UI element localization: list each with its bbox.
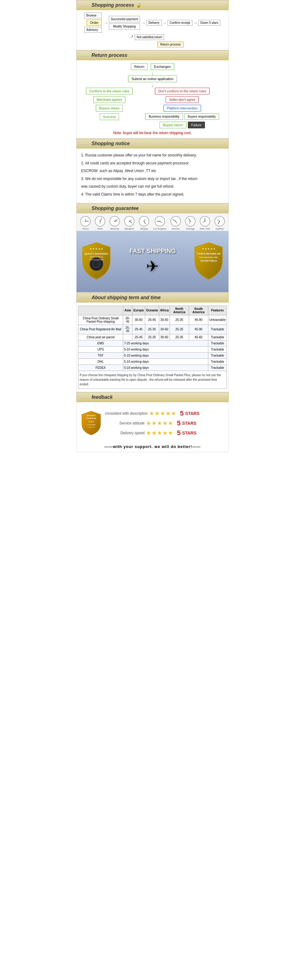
dont-conform-box: Don't conform to the return rules	[155, 88, 210, 94]
shopping-notice-content: 1. Russia customer please offer us your …	[77, 148, 228, 203]
star-2: ★	[155, 410, 160, 417]
notice-item-2-line1: 2. All credit cards are accepted through…	[81, 160, 224, 167]
clock-denver: Denver	[170, 216, 181, 230]
order-box: Order	[87, 19, 102, 25]
table-row: China post air parcel 25-45 25-35 30-60 …	[78, 334, 227, 340]
star-9: ★	[163, 420, 168, 426]
header-dots-1: ......	[80, 3, 90, 7]
return-process-section: ...... Return process Return Exchanges ↓…	[76, 50, 229, 138]
arrow-4: →	[193, 21, 198, 25]
feedback-row-3: Delivery speed ★ ★ ★ ★ ★ 5 STARS	[105, 429, 224, 437]
shopping-notice-header: ...... Shopping notice	[77, 139, 228, 148]
clock-label-chicago: Chicago	[186, 228, 194, 230]
clock-label-seoul: Seoul	[82, 228, 88, 230]
feedback-label-2: Service attitude	[105, 421, 145, 425]
responsibility-row: Business responsibility Buyers responsib…	[145, 113, 219, 120]
shipping-table-container: Asia Europe Oceania Africa North America…	[77, 302, 228, 392]
platform-intervention-box: Platform intervention	[163, 105, 201, 111]
shopping-process-header: ...... Shopping process 🔒	[77, 0, 228, 10]
svg-point-7	[100, 221, 101, 221]
service-china-post-air: China post air parcel	[78, 334, 123, 340]
notice-item-1: 1. Russia customer please offer us your …	[81, 152, 224, 159]
svg-text:AUTHENTIC: AUTHENTIC	[87, 415, 96, 417]
feedback-row-2: Service attitude ★ ★ ★ ★ ★ 5 STARS	[105, 419, 224, 427]
browse-box: Browse	[84, 13, 102, 18]
table-row: TNT 5-10 working days Trackable	[78, 352, 227, 358]
given-5-stars-box: Given 5 stars	[198, 20, 221, 25]
feedback-header: ...... feedback	[77, 392, 228, 402]
star-6: ★	[146, 420, 151, 426]
svg-text:★ ★ ★ ★ ★: ★ ★ ★ ★ ★	[90, 248, 103, 250]
stars-count-3: 5	[177, 429, 180, 437]
feedback-content: AUTHENTIC GUARANTEE ★★★ CUSTOMER IS THE …	[77, 402, 228, 452]
shopping-process-title: Shopping process	[92, 2, 134, 8]
stars-label-2: STARS	[182, 421, 196, 426]
star-8: ★	[157, 420, 162, 426]
shopping-process-flow: Browse Order Advisory → Successful payme…	[77, 10, 228, 50]
stars-count-1: 5	[180, 409, 183, 417]
col-africa: Africa	[159, 305, 169, 315]
left-col: Conform to the return rules Merchant agr…	[86, 88, 133, 128]
service-fedex: FEDEX	[78, 364, 123, 371]
modify-shopping-box: Modify Shopping	[109, 23, 140, 30]
shipping-term-title: About shipping term and time	[92, 295, 161, 301]
shopping-notice-title: Shopping notice	[92, 141, 130, 146]
stars-count-2: 5	[177, 419, 180, 427]
col-oceania: Oceania	[145, 305, 159, 315]
buyers-return-failure-row: Buyers return Failure	[160, 122, 205, 128]
feedback-title: feedback	[92, 395, 112, 400]
clock-label-denver: Denver	[172, 228, 180, 230]
return-process-box: Return process	[157, 41, 183, 48]
svg-text:PHOTOGRAPHY: PHOTOGRAPHY	[89, 259, 104, 261]
stars-row-3: ★ ★ ★ ★ ★	[146, 430, 173, 436]
not-satisfied-box: Not satisfied,return	[135, 34, 164, 40]
header-dots-6: ......	[80, 395, 90, 399]
authentic-badge-shield: AUTHENTIC GUARANTEE ★★★ CUSTOMER IS THE …	[81, 410, 102, 436]
service-china-post-ordinary: China Post Ordinary Small Packet Plus sh…	[78, 315, 123, 325]
header-dots-2: ......	[80, 53, 90, 57]
clocks-row: Seoul Paris Moscow	[77, 213, 228, 231]
clock-label-bangkok: Bangkok	[125, 228, 134, 230]
fast-shipping-text: FAST SHIPPING	[113, 248, 192, 255]
arrow-5: ↗	[130, 34, 134, 40]
submit-online-row: Submit an online application	[80, 75, 225, 82]
svg-text:100% PHYSICAL: 100% PHYSICAL	[89, 256, 104, 258]
stars-label-1: STARS	[185, 411, 199, 416]
svg-text:EXCHANGED ARE: EXCHANGED ARE	[199, 256, 218, 259]
return-box: Return	[131, 63, 148, 70]
svg-text:ACCEPTABLE: ACCEPTABLE	[201, 259, 217, 262]
table-row: DHL 5-10 working days Trackable	[78, 358, 227, 364]
service-china-post-registered: China Post Registered Air Mail	[78, 325, 123, 334]
star-4: ★	[166, 410, 171, 417]
header-dots-3: ......	[80, 142, 90, 146]
clock-label-newyork: New York	[200, 228, 210, 230]
service-ems: EMS	[78, 340, 123, 346]
feedback-label-1: consistent with description	[105, 411, 148, 415]
return-process-title: Return process	[92, 52, 127, 58]
table-row: FEDEX 5-10 working days Trackable	[78, 364, 227, 371]
clock-label-moscow: Moscow	[110, 228, 119, 230]
fast-shipping-area: FAST SHIPPING ✈	[113, 248, 192, 275]
stars-row-1: ★ ★ ★ ★ ★	[149, 410, 176, 417]
table-header-row: Asia Europe Oceania Africa North America…	[78, 305, 227, 315]
feedback-label-3: Delivery speed	[105, 431, 145, 435]
star-3: ★	[160, 410, 165, 417]
arrow-2: →	[142, 21, 145, 25]
flow-row-1: Browse Order Advisory → Successful payme…	[84, 13, 227, 33]
shipping-term-section: ...... About shipping term and time Asia…	[76, 293, 229, 392]
merchant-agrees-box: Merchant agrees	[93, 96, 125, 103]
quality-assurance-shield: ★ ★ ★ ★ ★ QUALITY ASSURANCE 100% PHYSICA…	[80, 241, 113, 282]
return-top-row: Return Exchanges	[80, 63, 225, 70]
down-arrow-1: ↓	[80, 71, 225, 75]
return-policy-shield: ★ ★ ★ ★ ★ 7 DAYS RETURN OR EXCHANGED ARE…	[192, 241, 225, 282]
svg-point-23	[160, 221, 160, 221]
star-12: ★	[152, 430, 156, 436]
shopping-process-section: ...... Shopping process 🔒 Browse Order A…	[76, 0, 229, 50]
stars-row-2: ★ ★ ★ ★ ★	[146, 420, 173, 426]
feedback-section: ...... feedback AUTHENTIC GUARANTEE ★★★ …	[76, 392, 229, 452]
header-dots-5: ......	[80, 296, 90, 300]
return-note: Note: buyer will be bear the return ship…	[80, 131, 225, 135]
svg-text:★ ★ ★ ★ ★: ★ ★ ★ ★ ★	[202, 248, 215, 250]
svg-text:IS THE GOD: IS THE GOD	[87, 426, 95, 428]
star-14: ★	[163, 430, 168, 436]
